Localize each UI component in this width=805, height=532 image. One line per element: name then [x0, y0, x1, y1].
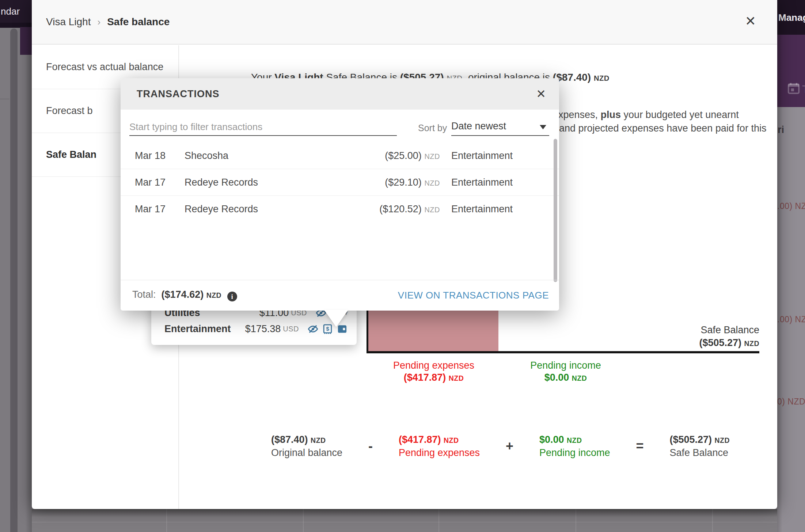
- left-divider: [0, 99, 10, 99]
- equation-original-balance: ($87.40) NZD Original balance: [271, 433, 342, 459]
- manage-menu-fragment: Manag: [778, 12, 805, 23]
- transaction-payee: Redeye Records: [185, 204, 258, 215]
- popup-header: TRANSACTIONS ✕: [121, 78, 559, 110]
- modal-shadow-right: [777, 35, 782, 532]
- pending-income-label: Pending income: [493, 360, 639, 372]
- chevron-right-icon: ›: [97, 16, 100, 28]
- transaction-category: Entertainment: [451, 177, 513, 188]
- modal-header: Visa Light › Safe balance ✕: [32, 0, 777, 45]
- description-line: xpenses, plus your budgeted yet unearnt: [558, 109, 739, 121]
- transaction-date: Mar 17: [135, 177, 166, 188]
- eye-off-icon[interactable]: [307, 323, 319, 335]
- currency-label: NZD: [567, 436, 582, 444]
- description-bold: plus: [601, 109, 621, 120]
- topbar-right: Manag: [777, 0, 805, 35]
- description-line: and projected expenses have been paid fo…: [559, 123, 766, 134]
- currency-label: NZD: [715, 436, 730, 444]
- breadcrumb-account[interactable]: Visa Light: [46, 16, 91, 28]
- transaction-amount: ($25.00): [385, 150, 422, 161]
- transaction-date: Mar 17: [135, 204, 166, 215]
- sidebar-item-label: Safe Balan: [46, 149, 96, 160]
- view-transactions-link[interactable]: VIEW ON TRANSACTIONS PAGE: [398, 290, 549, 301]
- transactions-list: Mar 18 Shecosha ($25.00) NZD Entertainme…: [121, 142, 559, 223]
- sidebar-item-label: Forecast vs actual balance: [46, 61, 163, 73]
- popup-pointer-arrow: [324, 310, 348, 327]
- pending-income-amount: $0.00: [544, 372, 569, 383]
- total-row: Total: ($174.62) NZD i: [132, 289, 237, 301]
- currency-label: USD: [283, 325, 299, 333]
- dimmed-left-sidebar: [0, 23, 32, 532]
- equation-amount: ($417.87): [399, 434, 441, 445]
- description-text: your budgeted yet unearnt: [621, 109, 739, 120]
- currency-label: NZD: [449, 374, 464, 382]
- sort-order-select[interactable]: Date newest: [451, 119, 549, 136]
- table-row[interactable]: Mar 17 Redeye Records ($120.52) NZD Ente…: [121, 196, 559, 223]
- transaction-amount: ($29.10): [385, 177, 422, 188]
- currency-label: NZD: [424, 152, 440, 160]
- table-row[interactable]: Mar 18 Shecosha ($25.00) NZD Entertainme…: [121, 142, 559, 169]
- equation-label: Safe Balance: [669, 446, 730, 459]
- popup-scrollbar[interactable]: [554, 139, 557, 282]
- chart-axis-baseline: [367, 351, 759, 353]
- equation-pending-expenses: ($417.87) NZD Pending expenses: [399, 433, 480, 459]
- total-label: Total:: [132, 289, 156, 300]
- minus-operator: -: [368, 438, 373, 454]
- category-amount: $175.38: [245, 323, 281, 335]
- equation-label: Pending income: [539, 446, 610, 459]
- equals-operator: =: [636, 438, 644, 454]
- dropdown-arrow-icon: [540, 125, 546, 129]
- topbar-calendar-fragment: ndar: [1, 0, 20, 23]
- info-icon[interactable]: i: [227, 292, 237, 301]
- pending-expenses-chart-label: Pending expenses ($417.87) NZD: [361, 360, 507, 384]
- transactions-popup: TRANSACTIONS ✕ Sort by Date newest Mar 1…: [121, 78, 559, 311]
- tooltip-row-entertainment[interactable]: Entertainment $175.38 USD $: [164, 321, 348, 337]
- chart-axis-vertical: [367, 310, 368, 353]
- equation-safe-balance: ($505.27) NZD Safe Balance: [669, 433, 730, 459]
- panel-label-fragment: T: [802, 83, 805, 95]
- transaction-category: Entertainment: [451, 150, 513, 162]
- pending-expenses-label: Pending expenses: [361, 360, 507, 372]
- filter-transactions-input[interactable]: [129, 118, 397, 136]
- transaction-amount: ($120.52): [379, 204, 422, 214]
- pending-income-chart-label: Pending income $0.00 NZD: [493, 360, 639, 384]
- breadcrumb: Visa Light › Safe balance: [46, 0, 170, 44]
- modal-shadow-left: [25, 23, 32, 532]
- currency-label: NZD: [206, 291, 221, 299]
- modal-close-button[interactable]: ✕: [745, 15, 756, 28]
- equation-pending-income: $0.00 NZD Pending income: [539, 433, 610, 459]
- dimmed-right-column: Manag T ri .00) NZD .00) NZD 0) NZD: [777, 0, 805, 532]
- table-row[interactable]: Mar 17 Redeye Records ($29.10) NZD Enter…: [121, 169, 559, 196]
- equation-amount: $0.00: [539, 434, 564, 445]
- currency-label: NZD: [444, 436, 459, 444]
- equation-amount: ($505.27): [669, 434, 712, 445]
- left-scrollbar[interactable]: [10, 28, 18, 532]
- equation-label: Original balance: [271, 446, 342, 459]
- currency-label: NZD: [311, 436, 326, 444]
- popup-title: TRANSACTIONS: [137, 88, 220, 100]
- dimmed-calendar-grid: [32, 509, 777, 532]
- sidebar-item-label: Forecast b: [46, 105, 93, 117]
- calendar-icon: [787, 81, 801, 95]
- pending-expenses-amount: ($417.87): [404, 372, 446, 383]
- modal-shadow-bottom: [32, 509, 777, 517]
- safe-balance-chart-label: Safe Balance ($505.27) NZD: [613, 324, 759, 350]
- transaction-payee: Redeye Records: [185, 177, 258, 188]
- sort-order-value: Date newest: [451, 121, 506, 132]
- equation-amount: ($87.40): [271, 434, 308, 445]
- safe-balance-amount: ($505.27): [699, 337, 741, 348]
- transaction-category: Entertainment: [451, 204, 513, 215]
- description-text: xpenses,: [558, 109, 601, 120]
- plus-operator: +: [506, 438, 513, 454]
- transaction-payee: Shecosha: [185, 150, 228, 162]
- balance-equation: ($87.40) NZD Original balance - ($417.87…: [271, 433, 730, 459]
- transaction-date: Mar 18: [135, 150, 166, 162]
- category-label: Entertainment: [164, 323, 245, 335]
- currency-label: NZD: [594, 74, 610, 82]
- sort-by-label: Sort by: [418, 123, 447, 133]
- popup-footer: Total: ($174.62) NZD i VIEW ON TRANSACTI…: [121, 280, 559, 311]
- total-amount: ($174.62): [162, 289, 204, 300]
- currency-label: NZD: [424, 206, 440, 214]
- safe-balance-label: Safe Balance: [613, 324, 759, 337]
- popup-close-button[interactable]: ✕: [536, 87, 546, 101]
- page-title: Safe balance: [107, 16, 170, 28]
